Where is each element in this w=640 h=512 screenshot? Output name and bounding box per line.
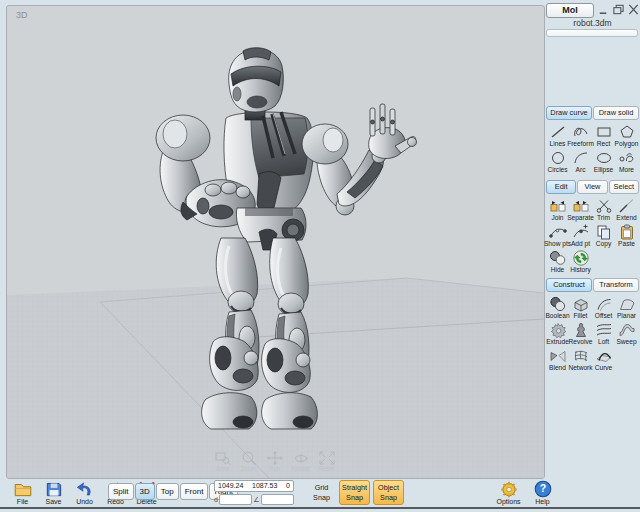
planar-icon (618, 296, 636, 312)
tool-arc[interactable]: Arc (569, 149, 592, 175)
navzoom-icon (238, 450, 259, 466)
tool-network[interactable]: Network (569, 347, 592, 373)
help-button[interactable]: ?Help (530, 480, 555, 506)
restore-button[interactable] (612, 2, 626, 16)
viewport-nav-area[interactable]: Area (212, 450, 233, 472)
button-label: Options (496, 498, 521, 506)
restore-icon (612, 2, 625, 19)
tab-construct[interactable]: Construct (546, 278, 592, 292)
viewport-nav-reset[interactable]: Reset (316, 450, 337, 472)
network-icon (572, 348, 590, 364)
distance-constraint-input[interactable] (219, 494, 252, 505)
tool-label: Freeform (567, 140, 594, 147)
tool-polygon[interactable]: Polygon (615, 123, 638, 149)
boolean-icon (549, 296, 567, 312)
tool-loft[interactable]: Loft (592, 321, 615, 347)
tab-transform[interactable]: Transform (593, 278, 639, 292)
tool-label: Copy (596, 240, 611, 247)
document-filename: robot.3dm (545, 18, 640, 28)
snap-grid-snap[interactable]: Grid Snap (307, 481, 336, 504)
tool-add-pt[interactable]: Add pt (569, 223, 592, 249)
view-button-top[interactable]: Top (156, 483, 179, 500)
options-icon (496, 480, 521, 498)
ellipse-icon (595, 150, 613, 166)
coord-y: 1087.53 (252, 481, 277, 491)
tool-label: More (619, 166, 634, 173)
tab-draw-solid[interactable]: Draw solid (593, 106, 639, 120)
tool-lines[interactable]: Lines (546, 123, 569, 149)
xyz-coordinate-field[interactable]: 1049.24 1087.53 0 (214, 480, 294, 492)
tool-label: Sweep (616, 338, 636, 345)
viewport-nav-zoom[interactable]: Zoom (238, 450, 259, 472)
tool-label: Polygon (615, 140, 639, 147)
tab-edit[interactable]: Edit (546, 180, 576, 194)
tool-join[interactable]: Join (546, 197, 569, 223)
app-menu-button[interactable]: MoI (546, 3, 594, 18)
tool-row: LinesFreeformRectPolygon (546, 123, 639, 149)
viewport-nav-pan[interactable]: Pan (264, 450, 285, 472)
tool-paste[interactable]: Paste (615, 223, 638, 249)
file-button[interactable]: File (10, 480, 35, 506)
tool-blend[interactable]: Blend (546, 347, 569, 373)
tool-freeform[interactable]: Freeform (569, 123, 592, 149)
tab-view[interactable]: View (577, 180, 607, 194)
navreset-icon (316, 450, 337, 466)
tool-label: Boolean (545, 312, 569, 319)
tool-fillet[interactable]: Fillet (569, 295, 592, 321)
join-icon (549, 198, 567, 214)
undo-button[interactable]: Undo (72, 480, 97, 506)
tab-row-construct: ConstructTransform (546, 278, 639, 292)
help-icon: ? (530, 480, 555, 498)
tool-ellipse[interactable]: Ellipse (592, 149, 615, 175)
tool-label: Paste (618, 240, 635, 247)
view-button-3d[interactable]: 3D (135, 483, 155, 500)
tool-trim[interactable]: Trim (592, 197, 615, 223)
tool-more[interactable]: More (615, 149, 638, 175)
angle-constraint-input[interactable] (261, 494, 294, 505)
minimize-button[interactable] (597, 2, 611, 16)
snap-straight-snap[interactable]: Straight Snap (339, 480, 370, 505)
tool-circles[interactable]: Circles (546, 149, 569, 175)
tool-boolean[interactable]: Boolean (546, 295, 569, 321)
tool-hide[interactable]: Hide (546, 249, 569, 275)
tool-revolve[interactable]: Revolve (569, 321, 592, 347)
tab-select[interactable]: Select (609, 180, 639, 194)
tool-extend[interactable]: Extend (615, 197, 638, 223)
tool-extrude[interactable]: Extrude (546, 321, 569, 347)
tool-show-pts[interactable]: Show pts (546, 223, 569, 249)
viewport-nav-rotate[interactable]: Rotate (290, 450, 311, 472)
viewport-3d[interactable]: 3D (6, 5, 545, 479)
tool-row: HideHistory (546, 249, 639, 275)
tool-sweep[interactable]: Sweep (615, 321, 638, 347)
close-button[interactable] (627, 2, 640, 16)
undo-icon (72, 480, 97, 498)
window-bottom-edge (0, 507, 640, 509)
options-help-group: Options?Help (496, 480, 555, 506)
tool-separate[interactable]: Separate (569, 197, 592, 223)
tool-history[interactable]: History (569, 249, 592, 275)
revolve-icon (572, 322, 590, 338)
tool-label: Lines (550, 140, 566, 147)
view-button-split[interactable]: Split (108, 483, 134, 500)
tool-label: Offset (595, 312, 612, 319)
tool-row: ExtrudeRevolveLoftSweep (546, 321, 639, 347)
options-button[interactable]: Options (496, 480, 521, 506)
minimize-icon (597, 2, 610, 19)
tool-label: Ellipse (594, 166, 613, 173)
more-icon (618, 150, 636, 166)
command-bar[interactable] (546, 29, 638, 37)
tool-rect[interactable]: Rect (592, 123, 615, 149)
tool-label: Curve (595, 364, 613, 371)
save-button[interactable]: Save (41, 480, 66, 506)
tool-label: Rect (597, 140, 611, 147)
tool-copy[interactable]: Copy (592, 223, 615, 249)
svg-text:?: ? (539, 482, 545, 494)
snap-object-snap[interactable]: Object Snap (373, 480, 404, 505)
tool-offset[interactable]: Offset (592, 295, 615, 321)
tool-curve[interactable]: Curve (592, 347, 615, 373)
viewport-nav-controls: AreaZoomPanRotateReset (212, 450, 337, 472)
view-button-front[interactable]: Front (180, 483, 209, 500)
tab-draw-curve[interactable]: Draw curve (546, 106, 592, 120)
tool-planar[interactable]: Planar (615, 295, 638, 321)
extrude-icon (549, 322, 567, 338)
